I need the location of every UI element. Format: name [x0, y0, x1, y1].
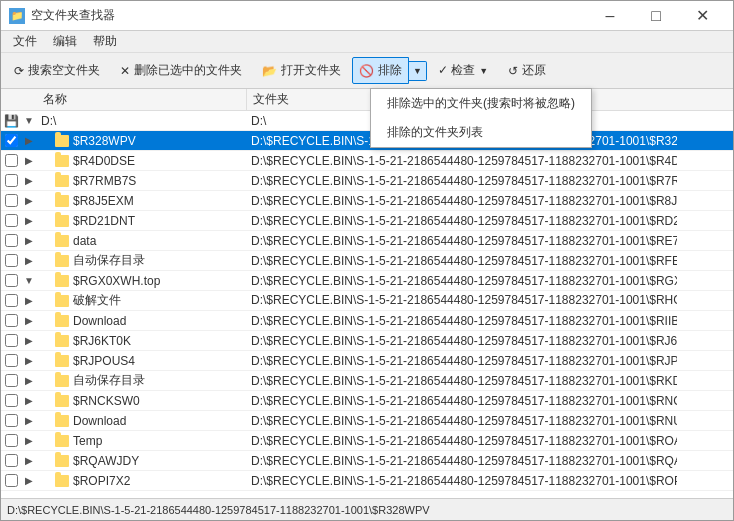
row-expand[interactable]: ▶ — [21, 375, 37, 386]
row-name: $RGX0XWH.top — [37, 271, 247, 290]
row-folder: D:\$RECYCLE.BIN\S-1-5-21-2186544480-1259… — [247, 251, 677, 270]
row-name: $RJ6KT0K — [37, 331, 247, 350]
row-expand[interactable]: ▶ — [21, 415, 37, 426]
row-folder: D:\$RECYCLE.BIN\S-1-5-21-2186544480-1259… — [247, 371, 677, 390]
row-name: $R7RMB7S — [37, 171, 247, 190]
row-checkbox[interactable] — [1, 314, 21, 327]
row-checkbox[interactable] — [1, 374, 21, 387]
search-icon: ⟳ — [14, 64, 24, 78]
row-expand[interactable]: ▶ — [21, 335, 37, 346]
close-button[interactable]: ✕ — [679, 1, 725, 31]
table-body[interactable]: 💾▼D:\D:\▶$R328WPVD:\$RECYCLE.BIN\S-1-5-2… — [1, 111, 733, 498]
row-folder: D:\$RECYCLE.BIN\S-1-5-21-2186544480-1259… — [247, 231, 677, 250]
open-folder-button[interactable]: 📂 打开文件夹 — [253, 57, 350, 84]
table-row[interactable]: ▶DownloadD:\$RECYCLE.BIN\S-1-5-21-218654… — [1, 411, 733, 431]
row-checkbox[interactable] — [1, 174, 21, 187]
row-expand[interactable]: ▶ — [21, 475, 37, 486]
row-checkbox[interactable] — [1, 234, 21, 247]
row-checkbox[interactable] — [1, 434, 21, 447]
row-expand[interactable]: ▶ — [21, 235, 37, 246]
row-checkbox[interactable] — [1, 194, 21, 207]
table-row[interactable]: ▶TempD:\$RECYCLE.BIN\S-1-5-21-2186544480… — [1, 431, 733, 451]
dropdown-item-exclude-selected[interactable]: 排除选中的文件夹(搜索时将被忽略) — [371, 89, 591, 118]
maximize-button[interactable]: □ — [633, 1, 679, 31]
table-row[interactable]: ▶DownloadD:\$RECYCLE.BIN\S-1-5-21-218654… — [1, 311, 733, 331]
table-row[interactable]: ▼$RGX0XWH.topD:\$RECYCLE.BIN\S-1-5-21-21… — [1, 271, 733, 291]
dropdown-item-exclude-list[interactable]: 排除的文件夹列表 — [371, 118, 591, 147]
row-expand[interactable]: ▶ — [21, 395, 37, 406]
row-checkbox[interactable] — [1, 394, 21, 407]
row-expand[interactable]: ▶ — [21, 175, 37, 186]
exclude-dropdown-menu: 排除选中的文件夹(搜索时将被忽略) 排除的文件夹列表 — [370, 88, 592, 148]
delete-folders-button[interactable]: ✕ 删除已选中的文件夹 — [111, 57, 251, 84]
open-icon: 📂 — [262, 64, 277, 78]
row-folder: D:\$RECYCLE.BIN\S-1-5-21-2186544480-1259… — [247, 471, 677, 490]
row-checkbox[interactable] — [1, 334, 21, 347]
row-expand[interactable]: ▼ — [21, 115, 37, 126]
row-checkbox[interactable] — [1, 354, 21, 367]
row-expand[interactable]: ▶ — [21, 455, 37, 466]
row-folder: D:\$RECYCLE.BIN\S-1-5-21-2186544480-1259… — [247, 191, 677, 210]
row-checkbox[interactable] — [1, 254, 21, 267]
menu-help[interactable]: 帮助 — [85, 31, 125, 52]
row-expand[interactable]: ▶ — [21, 355, 37, 366]
row-expand[interactable]: ▶ — [21, 215, 37, 226]
restore-button[interactable]: ↺ 还原 — [499, 57, 555, 84]
exclude-dropdown: 🚫 排除 ▼ — [352, 57, 427, 84]
table-row[interactable]: ▶$R4D0DSED:\$RECYCLE.BIN\S-1-5-21-218654… — [1, 151, 733, 171]
row-expand[interactable]: ▶ — [21, 155, 37, 166]
row-checkbox[interactable] — [1, 154, 21, 167]
table-row[interactable]: ▶$RJPOUS4D:\$RECYCLE.BIN\S-1-5-21-218654… — [1, 351, 733, 371]
row-checkbox[interactable] — [1, 294, 21, 307]
row-name: $ROPI7X2 — [37, 471, 247, 490]
row-checkbox[interactable] — [1, 474, 21, 487]
row-expand[interactable]: ▶ — [21, 135, 37, 146]
table-row[interactable]: ▶破解文件D:\$RECYCLE.BIN\S-1-5-21-2186544480… — [1, 291, 733, 311]
table-row[interactable]: ▶$R8J5EXMD:\$RECYCLE.BIN\S-1-5-21-218654… — [1, 191, 733, 211]
menu-edit[interactable]: 编辑 — [45, 31, 85, 52]
row-checkbox[interactable] — [1, 214, 21, 227]
row-name: Download — [37, 411, 247, 430]
restore-icon: ↺ — [508, 64, 518, 78]
row-expand[interactable]: ▼ — [21, 275, 37, 286]
status-bar: D:\$RECYCLE.BIN\S-1-5-21-2186544480-1259… — [1, 498, 733, 520]
row-expand[interactable]: ▶ — [21, 435, 37, 446]
row-checkbox[interactable] — [1, 274, 21, 287]
row-name: 自动保存目录 — [37, 251, 247, 270]
table-row[interactable]: ▶自动保存目录D:\$RECYCLE.BIN\S-1-5-21-21865444… — [1, 251, 733, 271]
row-checkbox[interactable]: 💾 — [1, 114, 21, 128]
row-name: $RNCKSW0 — [37, 391, 247, 410]
row-expand[interactable]: ▶ — [21, 195, 37, 206]
exclude-dropdown-arrow[interactable]: ▼ — [409, 61, 427, 81]
row-expand[interactable]: ▶ — [21, 315, 37, 326]
row-checkbox[interactable] — [1, 414, 21, 427]
search-folders-button[interactable]: ⟳ 搜索空文件夹 — [5, 57, 109, 84]
window-title: 空文件夹查找器 — [31, 7, 587, 24]
menu-file[interactable]: 文件 — [5, 31, 45, 52]
row-folder: D:\$RECYCLE.BIN\S-1-5-21-2186544480-1259… — [247, 271, 677, 290]
column-header-name[interactable]: 名称 — [37, 89, 247, 110]
row-expand[interactable]: ▶ — [21, 255, 37, 266]
table-row[interactable]: ▶$ROPI7X2D:\$RECYCLE.BIN\S-1-5-21-218654… — [1, 471, 733, 491]
content-area: 名称 文件夹 💾▼D:\D:\▶$R328WPVD:\$RECYCLE.BIN\… — [1, 89, 733, 498]
table-header: 名称 文件夹 — [1, 89, 733, 111]
row-checkbox[interactable] — [1, 134, 21, 147]
table-row[interactable]: ▶自动保存目录D:\$RECYCLE.BIN\S-1-5-21-21865444… — [1, 371, 733, 391]
table-row[interactable]: ▶$RQAWJDYD:\$RECYCLE.BIN\S-1-5-21-218654… — [1, 451, 733, 471]
exclude-button[interactable]: 🚫 排除 — [352, 57, 409, 84]
table-row[interactable]: ▶$R328WPVD:\$RECYCLE.BIN\S-1-5-21-218654… — [1, 131, 733, 151]
row-folder: D:\$RECYCLE.BIN\S-1-5-21-2186544480-1259… — [247, 211, 677, 230]
row-name: data — [37, 231, 247, 250]
minimize-button[interactable]: – — [587, 1, 633, 31]
row-expand[interactable]: ▶ — [21, 295, 37, 306]
table-row[interactable]: ▶$R7RMB7SD:\$RECYCLE.BIN\S-1-5-21-218654… — [1, 171, 733, 191]
check-button[interactable]: ✓ 检查 ▼ — [429, 57, 497, 84]
table-row[interactable]: 💾▼D:\D:\ — [1, 111, 733, 131]
table-row[interactable]: ▶$RJ6KT0KD:\$RECYCLE.BIN\S-1-5-21-218654… — [1, 331, 733, 351]
table-row[interactable]: ▶dataD:\$RECYCLE.BIN\S-1-5-21-2186544480… — [1, 231, 733, 251]
row-folder: D:\$RECYCLE.BIN\S-1-5-21-2186544480-1259… — [247, 451, 677, 470]
table-row[interactable]: ▶$RNCKSW0D:\$RECYCLE.BIN\S-1-5-21-218654… — [1, 391, 733, 411]
row-name: $RJPOUS4 — [37, 351, 247, 370]
table-row[interactable]: ▶$RD21DNTD:\$RECYCLE.BIN\S-1-5-21-218654… — [1, 211, 733, 231]
row-checkbox[interactable] — [1, 454, 21, 467]
